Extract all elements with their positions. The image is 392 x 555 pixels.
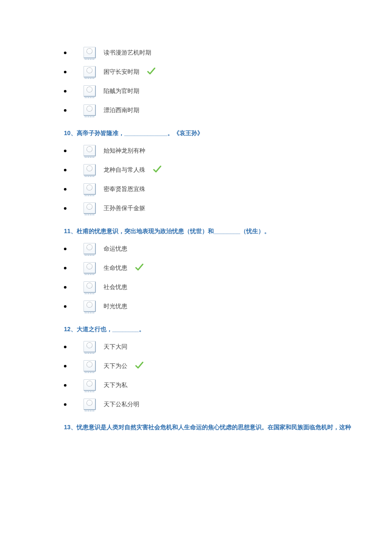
radio-dot-icon	[86, 263, 92, 269]
underline-decoration	[85, 371, 94, 373]
question-title-11: 11、杜甫的忧患意识，突出地表现为政治忧患（忧世）和________（忧生）。	[64, 228, 392, 235]
radio-dot-icon	[86, 204, 92, 210]
option-row: 漂泊西南时期	[64, 104, 392, 116]
underline-decoration	[85, 311, 94, 313]
option-text: 天下大同	[104, 343, 127, 351]
bullet-icon	[64, 71, 66, 73]
question-block-10: 始知神龙别有种 龙种自与常人殊 密奉贤旨恩宜殊 王孙善保千金躯	[64, 145, 392, 214]
underline-decoration	[85, 292, 94, 294]
radio-dot-icon	[86, 244, 92, 250]
bullet-icon	[64, 248, 66, 250]
radio-dot-icon	[86, 185, 92, 191]
radio-dot-icon	[86, 381, 92, 387]
underline-decoration	[85, 352, 94, 354]
option-row: 王孙善保千金躯	[64, 202, 392, 214]
radio-button[interactable]	[84, 164, 96, 176]
question-block-12: 天下大同 天下为公 天下为私 天下公私分明	[64, 341, 392, 410]
option-row: 陷贼为官时期	[64, 85, 392, 97]
radio-dot-icon	[86, 361, 92, 367]
radio-dot-icon	[86, 87, 92, 92]
option-text: 天下公私分明	[104, 401, 139, 408]
correct-check-icon	[135, 361, 144, 370]
option-text: 天下为公	[104, 362, 127, 370]
option-row: 社会忧患	[64, 281, 392, 293]
underline-decoration	[85, 213, 94, 215]
bullet-icon	[64, 365, 66, 367]
underline-decoration	[85, 409, 94, 411]
underline-decoration	[85, 273, 94, 275]
radio-dot-icon	[86, 48, 92, 54]
question-title-12: 12、大道之行也，________。	[64, 326, 392, 333]
option-row: 龙种自与常人殊	[64, 164, 392, 176]
bullet-icon	[64, 286, 66, 289]
radio-button[interactable]	[84, 85, 96, 97]
option-row: 天下公私分明	[64, 399, 392, 410]
radio-button[interactable]	[84, 301, 96, 312]
bullet-icon	[64, 52, 66, 54]
underline-decoration	[85, 194, 94, 196]
option-text: 天下为私	[104, 382, 127, 389]
radio-dot-icon	[86, 146, 92, 152]
radio-button[interactable]	[84, 243, 96, 254]
correct-check-icon	[135, 263, 144, 272]
option-row: 时光忧患	[64, 301, 392, 312]
correct-check-icon	[147, 67, 156, 76]
option-text: 漂泊西南时期	[104, 107, 139, 114]
radio-dot-icon	[86, 283, 92, 289]
bullet-icon	[64, 90, 66, 92]
underline-decoration	[85, 96, 94, 98]
radio-button[interactable]	[84, 47, 96, 58]
option-text: 命运忧患	[104, 245, 127, 253]
radio-button[interactable]	[84, 281, 96, 293]
option-row: 始知神龙别有种	[64, 145, 392, 156]
radio-dot-icon	[86, 302, 92, 308]
correct-check-icon	[153, 165, 161, 174]
bullet-icon	[64, 267, 66, 269]
option-row: 困守长安时期	[64, 66, 392, 78]
option-row: 天下大同	[64, 341, 392, 353]
underline-decoration	[85, 58, 94, 60]
bullet-icon	[64, 403, 66, 406]
option-text: 密奉贤旨恩宜殊	[104, 185, 145, 193]
question-title-13: 13、忧患意识是人类对自然灾害社会危机和人生命运的焦心忧虑的思想意识。在国家和民…	[64, 424, 392, 431]
option-text: 始知神龙别有种	[104, 147, 145, 155]
bullet-icon	[64, 109, 66, 112]
question-block-9: 读书漫游艺机时期 困守长安时期 陷贼为官时期 漂泊西南时期	[64, 47, 392, 116]
option-row: 密奉贤旨恩宜殊	[64, 183, 392, 195]
option-text: 生命忧患	[104, 264, 127, 272]
radio-button[interactable]	[84, 66, 96, 78]
option-text: 王孙善保千金躯	[104, 205, 145, 212]
underline-decoration	[85, 254, 94, 256]
radio-button[interactable]	[84, 360, 96, 372]
radio-button[interactable]	[84, 341, 96, 353]
option-text: 时光忧患	[104, 303, 127, 310]
radio-dot-icon	[86, 67, 92, 73]
bullet-icon	[64, 346, 66, 348]
option-text: 困守长安时期	[104, 68, 139, 76]
underline-decoration	[85, 77, 94, 79]
question-block-11: 命运忧患 生命忧患 社会忧患 时光忧患	[64, 243, 392, 312]
radio-button[interactable]	[84, 399, 96, 410]
radio-dot-icon	[86, 342, 92, 348]
bullet-icon	[64, 169, 66, 171]
radio-button[interactable]	[84, 202, 96, 214]
option-row: 命运忧患	[64, 243, 392, 254]
radio-button[interactable]	[84, 183, 96, 195]
radio-button[interactable]	[84, 145, 96, 156]
radio-button[interactable]	[84, 104, 96, 116]
option-row: 天下为私	[64, 379, 392, 391]
underline-decoration	[85, 115, 94, 117]
underline-decoration	[85, 390, 94, 392]
underline-decoration	[85, 175, 94, 177]
radio-button[interactable]	[84, 379, 96, 391]
bullet-icon	[64, 305, 66, 308]
option-text: 社会忧患	[104, 283, 127, 291]
radio-dot-icon	[86, 165, 92, 171]
option-row: 天下为公	[64, 360, 392, 372]
bullet-icon	[64, 188, 66, 191]
radio-dot-icon	[86, 400, 92, 406]
option-text: 陷贼为官时期	[104, 87, 139, 95]
radio-dot-icon	[86, 106, 92, 112]
radio-button[interactable]	[84, 262, 96, 274]
option-row: 生命忧患	[64, 262, 392, 274]
